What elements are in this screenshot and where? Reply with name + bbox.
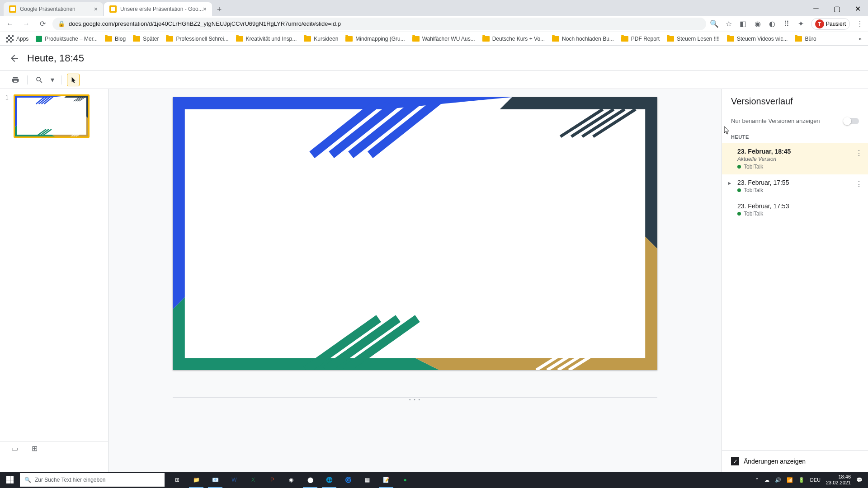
extensions-menu-icon[interactable]: ✦	[797, 19, 806, 28]
folder-icon	[667, 36, 674, 42]
back-button[interactable]: ←	[4, 18, 16, 30]
excel-icon[interactable]: X	[244, 472, 262, 488]
avatar-icon: T	[815, 19, 824, 28]
bookmark-item[interactable]: Apps	[4, 33, 31, 44]
wifi-icon[interactable]: 📶	[787, 477, 793, 483]
chrome-icon[interactable]: 🌐	[320, 472, 338, 488]
profile-badge[interactable]: T Pausiert	[811, 18, 850, 30]
app-icon[interactable]: ▦	[358, 472, 376, 488]
battery-icon[interactable]: 🔋	[798, 477, 805, 483]
obs-icon[interactable]: ⬤	[301, 472, 319, 488]
slide-thumbnail[interactable]	[14, 94, 90, 138]
bookmark-label: Später	[143, 36, 159, 42]
version-user: TobiTalk	[737, 164, 859, 170]
word-icon[interactable]: W	[225, 472, 243, 488]
version-item[interactable]: ▸23. Februar, 17:55TobiTalk⋮	[722, 174, 868, 198]
language-indicator[interactable]: DEU	[810, 477, 821, 483]
bookmark-item[interactable]: Steuern Videos wic...	[724, 34, 791, 44]
bookmark-item[interactable]: Kreativität und Insp...	[233, 34, 300, 44]
mail-icon[interactable]: 📧	[206, 472, 224, 488]
close-window-button[interactable]: ✕	[847, 1, 868, 16]
bookmark-item[interactable]: Kursideen	[301, 34, 341, 44]
clock[interactable]: 18:46 23.02.2021	[826, 474, 851, 486]
minimize-button[interactable]: ─	[806, 1, 826, 16]
file-explorer-icon[interactable]: 📁	[187, 472, 205, 488]
star-icon[interactable]: ☆	[724, 19, 733, 28]
windows-search-input[interactable]: 🔍 Zur Suche Text hier eingeben	[20, 473, 165, 487]
forward-button[interactable]: →	[20, 18, 33, 30]
spotify-icon[interactable]: ●	[396, 472, 414, 488]
folder-icon	[345, 36, 353, 42]
browser-tab-strip: Google Präsentationen × Unsere erste Prä…	[0, 0, 868, 16]
bookmark-item[interactable]: Professionell Schrei...	[163, 34, 231, 44]
maximize-button[interactable]: ▢	[826, 1, 847, 16]
tab-title: Unsere erste Präsentation - Goo...	[120, 6, 203, 12]
folder-icon	[621, 36, 628, 42]
onedrive-icon[interactable]: ☁	[764, 477, 769, 483]
url-input[interactable]: 🔒 docs.google.com/presentation/d/1je40CL…	[52, 18, 706, 30]
reload-button[interactable]: ⟳	[36, 18, 49, 30]
folder-icon	[105, 36, 112, 42]
extension-icon[interactable]: ◉	[753, 19, 762, 28]
version-menu-icon[interactable]: ⋮	[855, 180, 863, 188]
powerpoint-icon[interactable]: P	[263, 472, 281, 488]
extension-icon[interactable]: ◐	[768, 19, 777, 28]
back-arrow-button[interactable]	[9, 53, 20, 64]
bookmark-item[interactable]: Noch hochladen Bu...	[549, 34, 617, 44]
volume-icon[interactable]: 🔊	[775, 477, 781, 483]
app-icon[interactable]: ◉	[282, 472, 300, 488]
edge-icon[interactable]: 🌀	[339, 472, 357, 488]
zoom-button[interactable]	[33, 74, 46, 86]
print-button[interactable]	[9, 74, 22, 86]
bookmarks-overflow[interactable]: »	[856, 34, 864, 44]
tray-expand-icon[interactable]: ⌃	[755, 477, 759, 483]
browser-tab-active[interactable]: Unsere erste Präsentation - Goo... ×	[104, 2, 212, 16]
notepad-icon[interactable]: 📝	[377, 472, 395, 488]
bookmark-item[interactable]: Später	[130, 34, 161, 44]
folder-icon	[795, 36, 802, 42]
bookmark-label: Blog	[115, 36, 126, 42]
bookmark-item[interactable]: Büro	[792, 34, 819, 44]
close-tab-icon[interactable]: ×	[203, 5, 207, 13]
notifications-icon[interactable]: 💬	[856, 477, 863, 483]
svg-rect-0	[15, 96, 88, 136]
extension-icon[interactable]: ⠿	[782, 19, 791, 28]
filmstrip-view-button[interactable]: ▭	[9, 445, 20, 453]
bookmark-label: Büro	[805, 36, 816, 42]
bookmark-item[interactable]: Steuern Lesen !!!!	[664, 34, 722, 44]
bookmark-item[interactable]: PDF Report	[618, 34, 662, 44]
version-menu-icon[interactable]: ⋮	[855, 149, 863, 157]
extension-icon[interactable]: ◧	[739, 19, 748, 28]
zoom-icon[interactable]: 🔍	[710, 19, 719, 28]
task-view-icon[interactable]: ⊞	[168, 472, 186, 488]
folder-icon	[236, 36, 243, 42]
bookmark-item[interactable]: Wahlfächer WU Aus...	[410, 34, 478, 44]
bookmark-item[interactable]: Mindmapping (Gru...	[343, 34, 407, 44]
slide-panel: 1 ▭ ⊞	[0, 89, 108, 472]
bookmark-item[interactable]: Deutsche Kurs + Vo...	[480, 34, 547, 44]
notes-divider[interactable]: • • •	[173, 397, 657, 402]
zoom-dropdown[interactable]: ▾	[49, 74, 56, 86]
apps-icon	[6, 35, 14, 42]
select-tool-button[interactable]	[67, 74, 80, 86]
chrome-menu-icon[interactable]: ⋮	[855, 19, 864, 28]
date-text: 23.02.2021	[826, 480, 851, 486]
slide-canvas[interactable]	[173, 97, 657, 370]
version-user: TobiTalk	[737, 211, 859, 217]
close-tab-icon[interactable]: ×	[94, 5, 98, 13]
version-header: Heute, 18:45	[0, 46, 868, 71]
browser-tab[interactable]: Google Präsentationen ×	[4, 2, 103, 16]
version-item[interactable]: 23. Februar, 18:45Aktuelle VersionTobiTa…	[722, 143, 868, 174]
url-text: docs.google.com/presentation/d/1je40CLrH…	[69, 20, 341, 27]
grid-view-button[interactable]: ⊞	[29, 445, 40, 453]
show-changes-checkbox[interactable]: ✓	[731, 457, 739, 465]
version-timestamp: 23. Februar, 17:53	[737, 202, 859, 210]
named-versions-toggle[interactable]	[844, 118, 859, 124]
start-button[interactable]	[0, 472, 20, 488]
expand-icon[interactable]: ▸	[728, 180, 731, 186]
bookmark-item[interactable]: Produktsuche – Mer...	[33, 34, 100, 44]
bookmark-item[interactable]: Blog	[102, 34, 128, 44]
bookmarks-bar: AppsProduktsuche – Mer...BlogSpäterProfe…	[0, 32, 868, 46]
version-item[interactable]: 23. Februar, 17:53TobiTalk	[722, 198, 868, 221]
new-tab-button[interactable]: +	[213, 3, 226, 16]
